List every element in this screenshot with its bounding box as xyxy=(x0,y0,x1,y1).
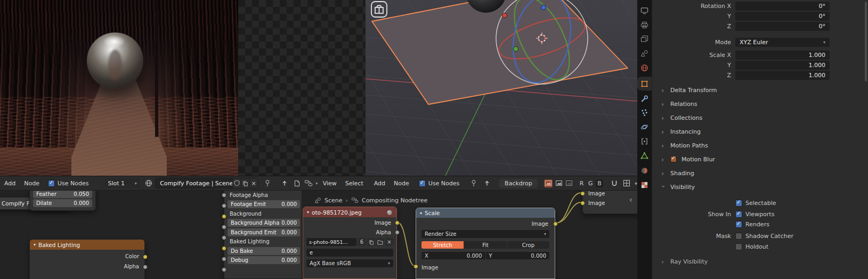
menu-node[interactable]: Node xyxy=(390,180,413,187)
input-socket[interactable] xyxy=(222,257,226,261)
editor-type-button[interactable]: ▾ xyxy=(304,178,319,188)
pin-button[interactable] xyxy=(263,178,272,188)
tab-render-properties[interactable] xyxy=(637,4,652,18)
section-ray-visibility[interactable]: ›Ray Visibility xyxy=(652,255,868,268)
footage-emit-field[interactable]: Footage Emit0.000 xyxy=(228,200,300,208)
tab-object-data-properties[interactable] xyxy=(637,149,652,162)
input-socket[interactable] xyxy=(222,214,226,219)
backdrop-channel-g-button[interactable]: G xyxy=(587,179,594,187)
section-instancing[interactable]: ›Instancing xyxy=(652,125,868,138)
tab-object-properties[interactable] xyxy=(637,77,652,91)
viewports-checkbox[interactable] xyxy=(735,211,742,218)
motion-blur-checkbox[interactable] xyxy=(670,156,677,162)
output-socket-alpha[interactable] xyxy=(143,265,148,269)
input-socket[interactable] xyxy=(222,225,226,229)
section-visibility[interactable]: ›Visibility xyxy=(652,180,868,194)
overlays-button[interactable] xyxy=(621,178,631,188)
baked-lighting-node-header[interactable]: ▾ Baked Lighting xyxy=(30,240,144,250)
3d-viewport[interactable] xyxy=(366,0,637,176)
duplicate-button[interactable] xyxy=(367,238,375,246)
tab-modifier-properties[interactable] xyxy=(637,92,652,105)
compositor-editor-right[interactable]: ▾ View Select Add Node Use Nodes Backdro… xyxy=(302,176,637,279)
tab-scene-properties[interactable] xyxy=(637,46,652,60)
stretch-button[interactable]: Stretch xyxy=(421,241,464,249)
collapse-triangle-icon[interactable]: ▾ xyxy=(420,211,422,216)
gizmo-handle-y[interactable] xyxy=(514,47,518,52)
backdrop-channel-b-button[interactable]: B xyxy=(596,179,603,187)
group-io-node[interactable]: Footage Alpha Footage Emit0.000 Backgrou… xyxy=(224,187,302,279)
gizmo-handle-z[interactable] xyxy=(541,5,546,10)
feather-field[interactable]: Feather 0.050 xyxy=(33,190,92,198)
do-bake-field[interactable]: Do Bake0.000 xyxy=(228,247,300,255)
rotation-mode-dropdown[interactable]: XYZ Euler ▾ xyxy=(735,38,830,47)
viewports-label[interactable]: Viewports xyxy=(745,211,774,218)
slot-dropdown[interactable]: Slot 1 ▾ xyxy=(105,178,140,188)
node-collapse-chevron[interactable]: ‹ xyxy=(629,195,632,204)
input-socket[interactable] xyxy=(222,246,226,251)
backdrop-channel-alpha-button[interactable] xyxy=(565,179,574,187)
header-more-dropdown[interactable]: ▾ xyxy=(635,180,637,186)
menu-add[interactable]: Add xyxy=(0,180,20,187)
gizmo-handle-x[interactable] xyxy=(502,13,507,18)
scale-z-field[interactable]: 1.000 xyxy=(735,71,830,80)
image-source-dropdown[interactable]: e xyxy=(306,249,393,257)
go-parent-button[interactable] xyxy=(280,178,289,188)
scale-node[interactable]: ▾ Scale Image Render Size ▾ Stretch Fit … xyxy=(416,208,555,279)
input-socket-image[interactable] xyxy=(580,201,585,206)
offset-y-field[interactable]: Y 0.000 xyxy=(486,252,550,259)
browse-id-button[interactable] xyxy=(144,178,153,188)
collapse-triangle-icon[interactable]: ▾ xyxy=(34,242,36,247)
tab-texture-properties[interactable] xyxy=(637,178,652,192)
scale-x-field[interactable]: 1.000 xyxy=(735,51,830,60)
use-nodes-checkbox[interactable] xyxy=(419,180,426,187)
properties-scrollbar[interactable] xyxy=(865,2,867,81)
holdout-checkbox[interactable] xyxy=(735,243,742,250)
output-socket-alpha[interactable] xyxy=(395,230,400,235)
offset-x-field[interactable]: X 0.000 xyxy=(421,252,485,259)
shadow-catcher-checkbox[interactable] xyxy=(735,233,742,240)
backdrop-channel-color-button[interactable] xyxy=(544,179,553,187)
shadow-catcher-label[interactable]: Shadow Catcher xyxy=(745,233,793,240)
debug-field[interactable]: Debug0.000 xyxy=(228,256,300,264)
duplicate-button[interactable] xyxy=(241,178,249,188)
rotation-x-field[interactable]: 0° xyxy=(735,2,830,11)
nodetree-name-field[interactable]: Compify Footage | Scene xyxy=(156,178,232,188)
menu-add[interactable]: Add xyxy=(370,180,390,187)
pin-button[interactable] xyxy=(469,178,478,188)
section-shading[interactable]: ›Shading xyxy=(652,166,868,180)
image-filename-field[interactable]: s-photo-9851... xyxy=(306,238,356,246)
background-emit-field[interactable]: Background Emit0.000 xyxy=(228,228,300,236)
section-motion-blur[interactable]: ›Motion Blur xyxy=(652,152,868,166)
renders-label[interactable]: Renders xyxy=(745,221,769,228)
input-socket-image[interactable] xyxy=(413,264,418,269)
section-relations[interactable]: ›Relations xyxy=(652,97,868,111)
holdout-label[interactable]: Holdout xyxy=(745,243,768,250)
tab-world-properties[interactable] xyxy=(637,61,652,75)
fake-user-button[interactable] xyxy=(232,178,241,188)
selectable-label[interactable]: Selectable xyxy=(745,200,776,207)
input-socket[interactable] xyxy=(222,193,226,198)
tab-view-layer-properties[interactable] xyxy=(637,32,652,46)
unlink-button[interactable]: × xyxy=(249,178,258,188)
snapshot-button[interactable] xyxy=(293,178,302,188)
menu-node[interactable]: Node xyxy=(20,180,44,187)
rotation-z-field[interactable]: 0° xyxy=(735,22,830,31)
baked-lighting-node[interactable]: ▾ Baked Lighting Color Alpha xyxy=(29,239,145,279)
tab-constraint-properties[interactable] xyxy=(637,134,652,148)
tab-particle-properties[interactable] xyxy=(637,105,652,119)
use-nodes-label[interactable]: Use Nodes xyxy=(428,180,460,187)
scale-y-field[interactable]: 1.000 xyxy=(735,61,830,70)
snap-button[interactable] xyxy=(610,178,619,188)
breadcrumb-scene[interactable]: Scene xyxy=(325,197,343,204)
crop-button[interactable]: Crop xyxy=(507,241,549,249)
background-alpha-field[interactable]: Background Alpha0.000 xyxy=(228,219,300,227)
open-file-button[interactable] xyxy=(376,238,384,246)
input-socket[interactable] xyxy=(222,235,226,240)
rotation-y-field[interactable]: 0° xyxy=(735,12,830,21)
tab-output-properties[interactable] xyxy=(637,18,652,32)
scale-node-header[interactable]: ▾ Scale xyxy=(416,208,555,218)
image-node-header[interactable]: ▾ oto-9851720.jpeg xyxy=(303,207,396,217)
section-delta-transform[interactable]: ›Delta Transform xyxy=(652,83,868,97)
backdrop-toggle[interactable]: Backdrop xyxy=(499,179,538,188)
size-mode-dropdown[interactable]: Render Size ▾ xyxy=(421,230,549,238)
